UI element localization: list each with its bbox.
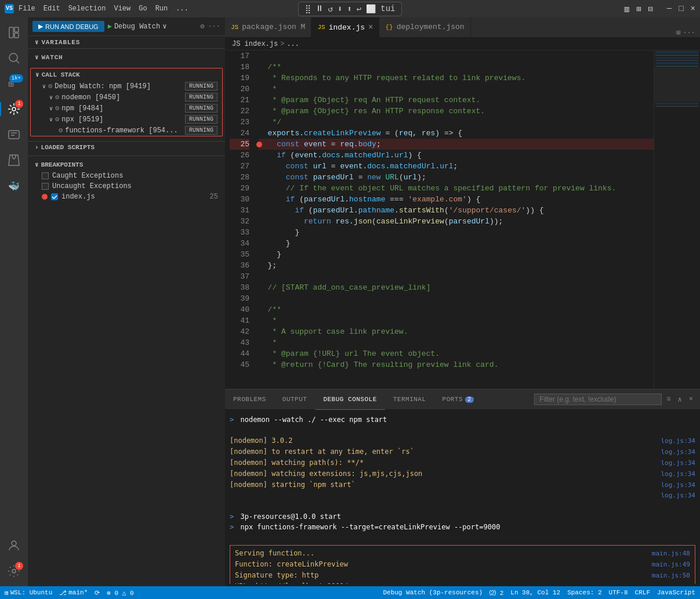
sidebar: ▶ RUN AND DEBUG ▶ Debug Watch ∨ ⚙ ··· ∨ …: [28, 17, 225, 586]
svg-point-9: [12, 541, 16, 546]
menu-selection[interactable]: Selection: [68, 5, 106, 13]
titlebar-menu[interactable]: File Edit Selection View Go Run ...: [19, 5, 188, 13]
status-debug-watch[interactable]: Debug Watch (3p-resources): [383, 589, 483, 596]
debug-config-name[interactable]: Debug Watch: [114, 23, 160, 31]
tab-deployment-json[interactable]: {} deployment.json: [379, 17, 470, 37]
breadcrumb-more[interactable]: ...: [286, 40, 299, 48]
more-tabs-icon[interactable]: ···: [683, 29, 695, 37]
variables-header[interactable]: ∨ VARIABLES: [28, 36, 225, 48]
wrap-lines-icon[interactable]: ≡: [664, 394, 673, 405]
debug-badge: 1: [15, 100, 23, 108]
code-line-18: /**: [259, 62, 654, 73]
debug-stop-icon[interactable]: ⬜: [364, 4, 378, 14]
debug-pause-btn[interactable]: ⏸: [314, 4, 325, 13]
activity-testing[interactable]: [3, 150, 24, 171]
menu-go[interactable]: Go: [139, 5, 147, 13]
callstack-item-3[interactable]: ∨ ⚙ npx [9519] RUNNING: [31, 114, 222, 125]
callstack-item-0[interactable]: ∨ ⚙ Debug Watch: npm [9419] RUNNING: [31, 81, 222, 92]
debug-stepout-icon[interactable]: ⬆: [345, 4, 353, 14]
activity-docker[interactable]: 🐳: [3, 175, 24, 196]
callstack-chevron-1: ∨: [49, 94, 53, 101]
status-cursor[interactable]: Ln 38, Col 12: [510, 589, 560, 596]
activity-settings[interactable]: 1: [3, 561, 24, 582]
svg-rect-0: [9, 27, 13, 38]
code-line-20: *: [259, 84, 654, 95]
filter-input[interactable]: [534, 394, 662, 405]
code-line-39: [259, 293, 654, 304]
status-sync[interactable]: ⟳: [95, 589, 100, 597]
split-editor-icon[interactable]: ⊞: [676, 28, 680, 37]
breadcrumb-file[interactable]: JS index.js: [232, 40, 278, 48]
cursor-label: Ln 38, Col 12: [510, 589, 560, 596]
status-git-branch[interactable]: ⎇ main*: [59, 589, 88, 597]
menu-edit[interactable]: Edit: [43, 5, 60, 13]
loaded-scripts-header[interactable]: › LOADED SCRIPTS: [28, 141, 225, 153]
debug-more-icon[interactable]: ···: [208, 23, 220, 31]
watch-header[interactable]: ∨ WATCH: [35, 51, 218, 63]
status-language[interactable]: JavaScript: [657, 589, 695, 596]
tab-index-js[interactable]: JS index.js ×: [311, 17, 379, 37]
tab-bar: JS package.json M JS index.js × {} deplo…: [225, 17, 700, 38]
breakpoint-filename[interactable]: index.js: [61, 193, 95, 201]
activity-extensions[interactable]: ⊞ 1k+: [3, 73, 24, 94]
callstack-item-1[interactable]: ∨ ⚙ nodemon [9450] RUNNING: [31, 92, 222, 103]
code-line-25: const event = req.body;: [259, 139, 654, 150]
svg-rect-1: [14, 27, 19, 32]
breakpoints-header[interactable]: ∨ BREAKPOINTS: [28, 158, 225, 171]
scroll-to-top-icon[interactable]: ∧: [676, 394, 684, 405]
debug-stepover-icon[interactable]: ⬇: [336, 4, 344, 14]
status-spaces[interactable]: Spaces: 2: [567, 589, 601, 596]
activity-remote[interactable]: [3, 124, 24, 145]
activity-account[interactable]: [3, 535, 24, 556]
debug-config-chevron[interactable]: ∨: [162, 22, 166, 31]
code-content[interactable]: /** * Responds to any HTTP request relat…: [254, 50, 654, 389]
code-line-21: * @param {Object} req An HTTP request co…: [259, 95, 654, 106]
debug-pause-icon[interactable]: ⣿: [303, 4, 313, 14]
tab-package-json[interactable]: JS package.json M: [225, 17, 311, 37]
panel-tab-output[interactable]: OUTPUT: [274, 389, 315, 410]
hl-line-2: Function: createLinkPreview main.js:49: [235, 559, 690, 570]
minimize-btn[interactable]: ─: [667, 4, 672, 13]
line-numbers: 17 18 19 20 21 22 23 24 25 26 27 28 29 3…: [225, 50, 254, 389]
debug-settings-icon[interactable]: ⚙: [200, 22, 204, 31]
menu-more[interactable]: ...: [176, 5, 188, 13]
ports-label: ⑵ 2: [489, 589, 503, 597]
close-panel-icon[interactable]: ×: [687, 394, 695, 405]
run-and-debug-button[interactable]: ▶ RUN AND DEBUG: [32, 21, 104, 32]
tab-close-index[interactable]: ×: [368, 23, 373, 31]
menu-file[interactable]: File: [19, 5, 35, 13]
line-ending-label: CRLF: [635, 589, 650, 596]
callstack-status-0: RUNNING: [185, 82, 217, 91]
status-encoding[interactable]: UTF-8: [609, 589, 628, 596]
close-btn[interactable]: ×: [691, 4, 695, 13]
debug-stepback-icon[interactable]: ↩: [355, 4, 363, 14]
menu-run[interactable]: Run: [155, 5, 168, 13]
status-wsl[interactable]: ⊞ WSL: Ubuntu: [5, 589, 52, 597]
activity-explorer[interactable]: [3, 22, 24, 43]
panel-tab-problems[interactable]: PROBLEMS: [225, 389, 274, 410]
status-ports[interactable]: ⑵ 2: [489, 589, 503, 597]
panel-tab-terminal[interactable]: TERMINAL: [385, 389, 434, 410]
sidebar-toggle-icon[interactable]: ▥: [624, 4, 629, 14]
console-line-blank-1: [230, 425, 695, 435]
panel-tab-ports[interactable]: PORTS 2: [434, 389, 482, 410]
layout-icon[interactable]: ⊞: [636, 4, 641, 14]
callstack-item-2[interactable]: ∨ ⚙ npm [9484] RUNNING: [31, 103, 222, 114]
uncaught-exceptions-checkbox[interactable]: [42, 183, 49, 190]
status-line-ending[interactable]: CRLF: [635, 589, 650, 596]
status-left: ⊞ WSL: Ubuntu ⎇ main* ⟳ ⊗ 0 △ 0: [5, 589, 134, 597]
activity-debug[interactable]: 1: [3, 99, 24, 120]
menu-view[interactable]: View: [114, 5, 130, 13]
callstack-header[interactable]: ∨ CALL STACK: [31, 68, 222, 81]
caught-exceptions-checkbox[interactable]: [42, 172, 49, 179]
panel-tab-debug-console[interactable]: DEBUG CONSOLE: [315, 389, 385, 410]
callstack-icon-2: ⚙: [55, 104, 59, 113]
debug-restart-icon[interactable]: ↺: [327, 4, 335, 14]
activity-search[interactable]: [3, 48, 24, 68]
maximize-btn[interactable]: □: [679, 4, 683, 13]
debug-toolbar: ⣿ ⏸ ↺ ⬇ ⬆ ↩ ⬜ tui: [298, 2, 402, 16]
panel-toggle-icon[interactable]: ⊟: [648, 4, 652, 14]
status-errors[interactable]: ⊗ 0 △ 0: [107, 589, 133, 597]
tab-actions: ⊞ ···: [676, 28, 700, 37]
callstack-item-4[interactable]: ⚙ functions-framework [954... RUNNING: [31, 125, 222, 136]
